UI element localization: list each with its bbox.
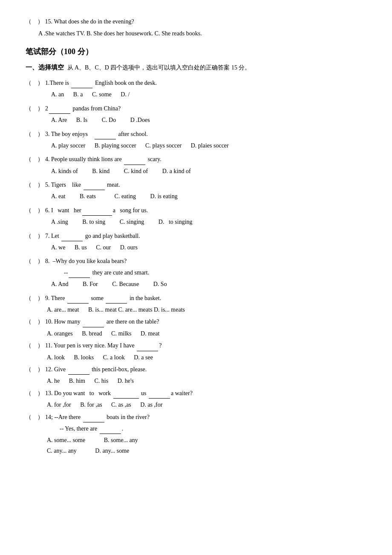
q10-opt-a: A. oranges bbox=[47, 329, 73, 338]
question-6: （ ） 6. I want her a song for us. A .sing… bbox=[26, 206, 366, 227]
q1-opt-b: B. a bbox=[73, 90, 83, 99]
q12-text: 12. Give this pencil-box, please. bbox=[45, 365, 147, 375]
q1-text: 1.There is English book on the desk. bbox=[45, 78, 157, 88]
q10-options: A. oranges B. bread C. milks D. meat bbox=[26, 329, 366, 338]
question-14: （ ） 14; --Are there boats in the river? … bbox=[26, 413, 366, 456]
q2-opt-b: B. Is bbox=[76, 116, 87, 125]
q8-options: A. And B. For C. Because D. So bbox=[26, 280, 366, 289]
q2-options: A. Are B. Is C. Do D .Does bbox=[26, 116, 366, 125]
q14-paren: （ ） bbox=[26, 413, 43, 422]
q8-text: 8. –Why do you like koala bears? bbox=[45, 257, 127, 266]
q3-opt-b: B. playing soccer bbox=[95, 141, 136, 150]
q10-opt-b: B. bread bbox=[82, 329, 102, 338]
q6-opt-c: C. singing bbox=[120, 217, 144, 227]
q5-options: A. eat B. eats C. eating D. is eating bbox=[26, 192, 366, 201]
q13-options: A. for ,for B. for ,as C. as ,as D. as ,… bbox=[26, 400, 366, 410]
q7-text: 7. Let go and play basketball. bbox=[45, 231, 140, 241]
q1-opt-d: D. / bbox=[121, 90, 130, 99]
q1-options: A. an B. a C. some D. / bbox=[26, 90, 366, 99]
q3-blank bbox=[95, 130, 116, 139]
q5-text: 5. Tigers like meat. bbox=[45, 180, 120, 190]
q12-paren: （ ） bbox=[26, 365, 43, 374]
fill-blank-title: 一、选择填空 从 A、B、C、D 四个选项中，选出可以填入空白处的正确答案 15… bbox=[26, 62, 366, 72]
q9-paren: （ ） bbox=[26, 294, 43, 303]
q3-opt-c: C. plays soccer bbox=[145, 141, 182, 150]
q14-options-row1: A. some... some B. some... any bbox=[26, 436, 366, 445]
question-3: （ ） 3. The boy enjoys after school. A. p… bbox=[26, 130, 366, 151]
q13-opt-b: B. for ,as bbox=[80, 400, 102, 410]
q11-text: 11. Your pen is very nice. May I have ? bbox=[45, 341, 162, 351]
q14-blank2 bbox=[100, 424, 121, 434]
q5-paren: （ ） bbox=[26, 180, 43, 190]
q8-opt-d: D. So bbox=[153, 280, 167, 289]
q4-paren: （ ） bbox=[26, 155, 43, 164]
q14-line: （ ） 14; --Are there boats in the river? bbox=[26, 413, 366, 422]
q11-paren: （ ） bbox=[26, 341, 43, 350]
q7-line: （ ） 7. Let go and play basketball. bbox=[26, 231, 366, 241]
q4-blank bbox=[124, 155, 145, 165]
q14-options-row2: C. any... any D. any... some bbox=[26, 446, 366, 456]
q15-paren: （ ） bbox=[26, 18, 43, 25]
q12-blank bbox=[68, 365, 89, 375]
q2-line: （ ） 2 pandas from China? bbox=[26, 104, 366, 114]
q6-line: （ ） 6. I want her a song for us. bbox=[26, 206, 366, 216]
q11-opt-c: C. a look bbox=[103, 353, 125, 362]
q4-opt-b: B. kind bbox=[92, 167, 110, 176]
q4-opt-a: A. kinds of bbox=[51, 167, 78, 176]
q6-opt-a: A .sing bbox=[51, 217, 68, 227]
q14-text: 14; --Are there boats in the river? bbox=[45, 413, 150, 422]
question-8: （ ） 8. –Why do you like koala bears? -- … bbox=[26, 257, 366, 289]
q15-number: 15. bbox=[45, 18, 53, 25]
q2-paren: （ ） bbox=[26, 104, 43, 113]
q15-text: What does she do in the evening? bbox=[54, 18, 134, 25]
q13-text: 13. Do you want to work us a waiter? bbox=[45, 389, 193, 399]
q12-opt-d: D. he's bbox=[118, 376, 134, 386]
q5-opt-d: D. is eating bbox=[150, 192, 178, 201]
q7-opt-c: C. our bbox=[96, 243, 111, 252]
q2-opt-c: C. Do bbox=[102, 116, 116, 125]
q10-blank bbox=[83, 317, 104, 327]
q12-opt-a: A. he bbox=[47, 376, 60, 386]
q9-opt-a: A. are... meat bbox=[47, 305, 79, 315]
q5-opt-a: A. eat bbox=[51, 192, 65, 201]
question-1: （ ） 1.There is English book on the desk.… bbox=[26, 78, 366, 100]
q10-paren: （ ） bbox=[26, 317, 43, 327]
q13-paren: （ ） bbox=[26, 389, 43, 398]
q14-opt-b: B. some... any bbox=[104, 436, 138, 445]
q1-opt-c: C. some bbox=[92, 90, 112, 99]
q6-text: 6. I want her a song for us. bbox=[45, 206, 148, 216]
q12-opt-b: B. him bbox=[69, 376, 85, 386]
q3-opt-a: A. play soccer bbox=[51, 141, 85, 150]
q9-opt-b: B. is... meat C. are... meats D. is... m… bbox=[88, 305, 185, 315]
q6-blank bbox=[82, 206, 112, 216]
q2-text: 2 pandas from China? bbox=[45, 104, 121, 114]
question-9: （ ） 9. There some in the basket. A. are.… bbox=[26, 294, 366, 315]
q2-blank bbox=[49, 104, 70, 114]
q11-blank bbox=[137, 341, 158, 351]
q4-opt-d: D. a kind of bbox=[162, 167, 191, 176]
question-11: （ ） 11. Your pen is very nice. May I hav… bbox=[26, 341, 366, 362]
question-13: （ ） 13. Do you want to work us a waiter?… bbox=[26, 389, 366, 410]
q4-options: A. kinds of B. kind C. kind of D. a kind… bbox=[26, 167, 366, 176]
question-5: （ ） 5. Tigers like meat. A. eat B. eats … bbox=[26, 180, 366, 202]
q14-opt-c: C. any... any bbox=[47, 446, 77, 456]
q14-blank1 bbox=[83, 413, 104, 422]
q8-paren: （ ） bbox=[26, 257, 43, 266]
q7-opt-d: D. ours bbox=[120, 243, 138, 252]
q8-opt-c: C. Because bbox=[112, 280, 139, 289]
question-15-line: （ ） 15. What does she do in the evening? bbox=[26, 17, 366, 26]
q3-text: 3. The boy enjoys after school. bbox=[45, 130, 148, 139]
q14-opt-d: D. any... some bbox=[95, 446, 129, 456]
q9-blank2 bbox=[106, 294, 127, 304]
q14-sub-text: -- Yes, there are . bbox=[60, 425, 123, 432]
q13-blank1 bbox=[113, 389, 139, 399]
question-4: （ ） 4. People usually think lions are sc… bbox=[26, 155, 366, 176]
q2-opt-d: D .Does bbox=[130, 116, 150, 125]
q4-text: 4. People usually think lions are scary. bbox=[45, 155, 161, 165]
q7-options: A. we B. us C. our D. ours bbox=[26, 243, 366, 252]
q6-opt-b: B. to sing bbox=[82, 217, 105, 227]
q5-blank bbox=[84, 180, 105, 190]
q1-opt-a: A. an bbox=[51, 90, 64, 99]
q10-line: （ ） 10. How many are there on the table? bbox=[26, 317, 366, 327]
q8-line: （ ） 8. –Why do you like koala bears? bbox=[26, 257, 366, 266]
